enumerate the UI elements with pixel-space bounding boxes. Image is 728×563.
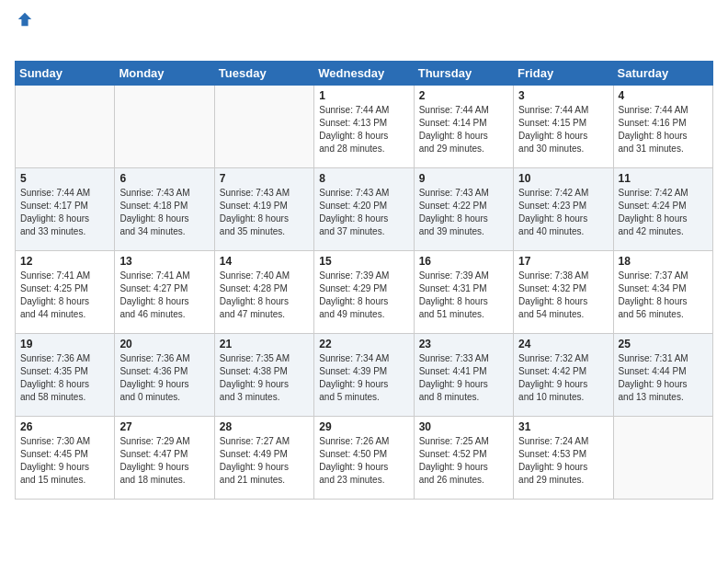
calendar-cell: 9Sunrise: 7:43 AM Sunset: 4:22 PM Daylig… (414, 168, 513, 251)
calendar-week-row: 5Sunrise: 7:44 AM Sunset: 4:17 PM Daylig… (16, 168, 713, 251)
day-number: 28 (220, 420, 309, 433)
day-number: 12 (20, 255, 109, 268)
svg-marker-0 (18, 13, 31, 26)
calendar-cell (115, 86, 214, 168)
header (15, 11, 713, 52)
day-info: Sunrise: 7:42 AM Sunset: 4:24 PM Dayligh… (619, 187, 708, 238)
day-info: Sunrise: 7:37 AM Sunset: 4:34 PM Dayligh… (619, 270, 708, 321)
logo (15, 11, 33, 52)
col-header-thursday: Thursday (414, 62, 513, 86)
day-number: 31 (518, 420, 608, 433)
page: SundayMondayTuesdayWednesdayThursdayFrid… (0, 0, 728, 563)
day-number: 3 (518, 89, 608, 102)
day-info: Sunrise: 7:44 AM Sunset: 4:14 PM Dayligh… (419, 104, 508, 155)
calendar-cell: 30Sunrise: 7:25 AM Sunset: 4:52 PM Dayli… (414, 417, 513, 500)
col-header-sunday: Sunday (16, 62, 115, 86)
calendar-cell: 14Sunrise: 7:40 AM Sunset: 4:28 PM Dayli… (214, 251, 313, 334)
day-info: Sunrise: 7:41 AM Sunset: 4:27 PM Dayligh… (119, 270, 209, 321)
day-info: Sunrise: 7:24 AM Sunset: 4:53 PM Dayligh… (518, 435, 608, 487)
day-info: Sunrise: 7:44 AM Sunset: 4:13 PM Dayligh… (319, 104, 408, 155)
calendar-cell (613, 417, 712, 500)
calendar-header-row: SundayMondayTuesdayWednesdayThursdayFrid… (16, 62, 713, 86)
day-number: 14 (220, 255, 309, 268)
day-number: 17 (518, 255, 608, 268)
day-info: Sunrise: 7:39 AM Sunset: 4:29 PM Dayligh… (319, 270, 408, 321)
day-info: Sunrise: 7:27 AM Sunset: 4:49 PM Dayligh… (220, 435, 309, 487)
day-number: 8 (319, 172, 408, 185)
day-number: 1 (319, 89, 408, 102)
day-number: 19 (20, 338, 109, 350)
day-info: Sunrise: 7:43 AM Sunset: 4:20 PM Dayligh… (319, 187, 408, 238)
day-info: Sunrise: 7:36 AM Sunset: 4:36 PM Dayligh… (119, 352, 209, 404)
day-info: Sunrise: 7:40 AM Sunset: 4:28 PM Dayligh… (220, 270, 309, 321)
day-number: 21 (220, 338, 309, 350)
calendar-cell: 8Sunrise: 7:43 AM Sunset: 4:20 PM Daylig… (314, 168, 414, 251)
day-info: Sunrise: 7:32 AM Sunset: 4:42 PM Dayligh… (518, 352, 608, 404)
day-number: 10 (518, 172, 608, 185)
col-header-friday: Friday (514, 62, 613, 86)
day-info: Sunrise: 7:30 AM Sunset: 4:45 PM Dayligh… (20, 435, 109, 487)
calendar-cell: 19Sunrise: 7:36 AM Sunset: 4:35 PM Dayli… (16, 334, 115, 417)
calendar-cell: 11Sunrise: 7:42 AM Sunset: 4:24 PM Dayli… (613, 168, 712, 251)
calendar-week-row: 26Sunrise: 7:30 AM Sunset: 4:45 PM Dayli… (16, 417, 713, 500)
calendar-cell: 5Sunrise: 7:44 AM Sunset: 4:17 PM Daylig… (16, 168, 115, 251)
day-info: Sunrise: 7:35 AM Sunset: 4:38 PM Dayligh… (220, 352, 309, 404)
day-number: 11 (619, 172, 708, 185)
day-info: Sunrise: 7:29 AM Sunset: 4:47 PM Dayligh… (119, 435, 209, 487)
day-info: Sunrise: 7:41 AM Sunset: 4:25 PM Dayligh… (20, 270, 109, 321)
calendar-cell: 29Sunrise: 7:26 AM Sunset: 4:50 PM Dayli… (314, 417, 414, 500)
calendar-cell: 16Sunrise: 7:39 AM Sunset: 4:31 PM Dayli… (414, 251, 513, 334)
day-info: Sunrise: 7:43 AM Sunset: 4:18 PM Dayligh… (119, 187, 209, 238)
day-number: 2 (419, 89, 508, 102)
day-number: 6 (119, 172, 209, 185)
day-info: Sunrise: 7:44 AM Sunset: 4:16 PM Dayligh… (619, 104, 708, 155)
calendar-cell: 1Sunrise: 7:44 AM Sunset: 4:13 PM Daylig… (314, 86, 414, 168)
day-number: 30 (419, 420, 508, 433)
day-info: Sunrise: 7:25 AM Sunset: 4:52 PM Dayligh… (419, 435, 508, 487)
day-number: 15 (319, 255, 408, 268)
day-info: Sunrise: 7:39 AM Sunset: 4:31 PM Dayligh… (419, 270, 508, 321)
day-info: Sunrise: 7:26 AM Sunset: 4:50 PM Dayligh… (319, 435, 408, 487)
day-info: Sunrise: 7:44 AM Sunset: 4:15 PM Dayligh… (518, 104, 608, 155)
day-number: 25 (619, 338, 708, 350)
calendar-cell: 4Sunrise: 7:44 AM Sunset: 4:16 PM Daylig… (613, 86, 712, 168)
day-info: Sunrise: 7:33 AM Sunset: 4:41 PM Dayligh… (419, 352, 508, 404)
col-header-wednesday: Wednesday (314, 62, 414, 86)
calendar-table: SundayMondayTuesdayWednesdayThursdayFrid… (15, 61, 713, 500)
col-header-monday: Monday (115, 62, 214, 86)
calendar-cell: 7Sunrise: 7:43 AM Sunset: 4:19 PM Daylig… (214, 168, 313, 251)
calendar-cell: 2Sunrise: 7:44 AM Sunset: 4:14 PM Daylig… (414, 86, 513, 168)
calendar-cell: 21Sunrise: 7:35 AM Sunset: 4:38 PM Dayli… (214, 334, 313, 417)
day-info: Sunrise: 7:43 AM Sunset: 4:22 PM Dayligh… (419, 187, 508, 238)
calendar-cell (214, 86, 313, 168)
calendar-cell: 18Sunrise: 7:37 AM Sunset: 4:34 PM Dayli… (613, 251, 712, 334)
calendar-cell: 20Sunrise: 7:36 AM Sunset: 4:36 PM Dayli… (115, 334, 214, 417)
day-number: 7 (220, 172, 309, 185)
calendar-cell: 26Sunrise: 7:30 AM Sunset: 4:45 PM Dayli… (16, 417, 115, 500)
day-number: 29 (319, 420, 408, 433)
calendar-cell: 24Sunrise: 7:32 AM Sunset: 4:42 PM Dayli… (514, 334, 613, 417)
calendar-cell: 12Sunrise: 7:41 AM Sunset: 4:25 PM Dayli… (16, 251, 115, 334)
calendar-cell: 22Sunrise: 7:34 AM Sunset: 4:39 PM Dayli… (314, 334, 414, 417)
day-number: 16 (419, 255, 508, 268)
calendar-week-row: 1Sunrise: 7:44 AM Sunset: 4:13 PM Daylig… (16, 86, 713, 168)
day-info: Sunrise: 7:34 AM Sunset: 4:39 PM Dayligh… (319, 352, 408, 404)
day-number: 24 (518, 338, 608, 350)
calendar-cell: 28Sunrise: 7:27 AM Sunset: 4:49 PM Dayli… (214, 417, 313, 500)
day-info: Sunrise: 7:31 AM Sunset: 4:44 PM Dayligh… (619, 352, 708, 404)
col-header-tuesday: Tuesday (214, 62, 313, 86)
calendar-week-row: 19Sunrise: 7:36 AM Sunset: 4:35 PM Dayli… (16, 334, 713, 417)
calendar-cell: 15Sunrise: 7:39 AM Sunset: 4:29 PM Dayli… (314, 251, 414, 334)
logo-icon (17, 11, 33, 28)
day-number: 4 (619, 89, 708, 102)
calendar-week-row: 12Sunrise: 7:41 AM Sunset: 4:25 PM Dayli… (16, 251, 713, 334)
calendar-cell: 25Sunrise: 7:31 AM Sunset: 4:44 PM Dayli… (613, 334, 712, 417)
day-number: 26 (20, 420, 109, 433)
calendar-cell: 31Sunrise: 7:24 AM Sunset: 4:53 PM Dayli… (514, 417, 613, 500)
day-info: Sunrise: 7:44 AM Sunset: 4:17 PM Dayligh… (20, 187, 109, 238)
calendar-cell: 3Sunrise: 7:44 AM Sunset: 4:15 PM Daylig… (514, 86, 613, 168)
col-header-saturday: Saturday (613, 62, 712, 86)
calendar-cell: 27Sunrise: 7:29 AM Sunset: 4:47 PM Dayli… (115, 417, 214, 500)
day-number: 5 (20, 172, 109, 185)
day-number: 20 (119, 338, 209, 350)
